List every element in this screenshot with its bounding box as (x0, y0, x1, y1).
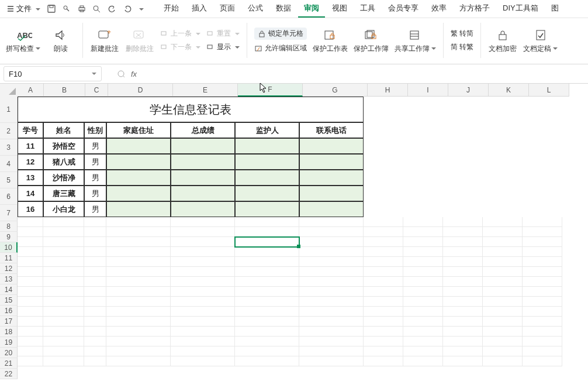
cell-I22[interactable] (403, 356, 443, 366)
cell-K22[interactable] (483, 356, 523, 366)
cell-L9[interactable] (523, 227, 562, 237)
row-header-2[interactable]: 2 (0, 123, 18, 139)
cell-I18[interactable] (403, 317, 443, 327)
cell-F10[interactable] (235, 237, 299, 247)
cell-C8[interactable] (84, 217, 106, 227)
cell-G13[interactable] (299, 267, 364, 277)
cell-E20[interactable] (171, 337, 235, 346)
tab-会员专享[interactable]: 会员专享 (382, 0, 424, 18)
protect-sheet-button[interactable]: 保护工作表 (313, 20, 348, 60)
cell-I10[interactable] (403, 237, 443, 247)
cell-H14[interactable] (364, 277, 403, 287)
cell-L11[interactable] (523, 247, 562, 257)
cell-I19[interactable] (403, 327, 443, 337)
redo-icon[interactable] (121, 2, 134, 15)
cell-D20[interactable] (106, 337, 171, 346)
cell-K13[interactable] (483, 267, 523, 277)
cell-B4[interactable]: 猪八戒 (43, 154, 84, 170)
doc-finalize-button[interactable]: 文档定稿 (523, 20, 558, 60)
cell-D22[interactable] (106, 356, 171, 366)
cell-F19[interactable] (235, 327, 299, 337)
cell-A15[interactable] (18, 287, 43, 297)
cell-D6[interactable] (106, 186, 171, 201)
cell-G3[interactable] (299, 138, 364, 154)
cell-C10[interactable] (84, 237, 106, 247)
row-header-15[interactable]: 15 (0, 295, 18, 306)
cell-D13[interactable] (106, 267, 171, 277)
col-header-H[interactable]: H (368, 84, 408, 97)
cell-D2[interactable]: 家庭住址 (106, 122, 171, 138)
cell-L20[interactable] (523, 337, 562, 346)
row-header-14[interactable]: 14 (0, 284, 18, 295)
cell-K14[interactable] (483, 277, 523, 287)
cell-J12[interactable] (443, 257, 483, 267)
tab-开始[interactable]: 开始 (158, 0, 185, 18)
cell-A13[interactable] (18, 267, 43, 277)
cell-J21[interactable] (443, 346, 483, 356)
cell-E16[interactable] (171, 297, 235, 307)
cell-C5[interactable]: 男 (84, 170, 106, 186)
cell-B11[interactable] (43, 247, 84, 257)
cell-L8[interactable] (523, 217, 562, 227)
cell-E21[interactable] (171, 346, 235, 356)
cell-B14[interactable] (43, 277, 84, 287)
cell-G4[interactable] (299, 154, 364, 170)
cell-H12[interactable] (364, 257, 403, 267)
cell-G17[interactable] (299, 307, 364, 317)
cell-G11[interactable] (299, 247, 364, 257)
cell-B22[interactable] (43, 356, 84, 366)
cell-C18[interactable] (84, 317, 106, 327)
cell-E2[interactable]: 总成绩 (171, 122, 235, 138)
show-comment-button[interactable]: 显示 (206, 42, 240, 52)
cell-J10[interactable] (443, 237, 483, 247)
delete-comment-button[interactable]: 删除批注 (125, 20, 154, 60)
cell-C7[interactable]: 男 (84, 201, 106, 217)
row-header-18[interactable]: 18 (0, 327, 18, 337)
cell-L10[interactable] (523, 237, 562, 247)
row-header-11[interactable]: 11 (0, 253, 18, 263)
cell-J11[interactable] (443, 247, 483, 257)
spellcheck-button[interactable]: ABC 拼写检查 (6, 20, 40, 60)
cell-B9[interactable] (43, 227, 84, 237)
cell-F7[interactable] (235, 201, 299, 217)
cell-C15[interactable] (84, 287, 106, 297)
cell-C11[interactable] (84, 247, 106, 257)
qat-chevron-down-icon[interactable] (137, 5, 144, 13)
cell-E12[interactable] (171, 257, 235, 267)
cell-H10[interactable] (364, 237, 403, 247)
cell-E10[interactable] (171, 237, 235, 247)
cell-K18[interactable] (483, 317, 523, 327)
cell-A11[interactable] (18, 247, 43, 257)
row-header-13[interactable]: 13 (0, 274, 18, 284)
cell-F4[interactable] (235, 154, 299, 170)
row-header-8[interactable]: 8 (0, 221, 18, 232)
cell-C19[interactable] (84, 327, 106, 337)
cell-D17[interactable] (106, 307, 171, 317)
cell-A16[interactable] (18, 297, 43, 307)
cell-J19[interactable] (443, 327, 483, 337)
cell-B12[interactable] (43, 257, 84, 267)
cell-E18[interactable] (171, 317, 235, 327)
cell-I16[interactable] (403, 297, 443, 307)
next-comment-button[interactable]: 下一条 (160, 42, 200, 52)
cell-G15[interactable] (299, 287, 364, 297)
cell-A2[interactable]: 学号 (18, 122, 43, 138)
cell-E17[interactable] (171, 307, 235, 317)
cell-K9[interactable] (483, 227, 523, 237)
cell-H20[interactable] (364, 337, 403, 346)
tab-视图[interactable]: 视图 (326, 0, 353, 18)
cell-K10[interactable] (483, 237, 523, 247)
cell-E8[interactable] (171, 217, 235, 227)
col-header-I[interactable]: I (408, 84, 448, 97)
cell-E4[interactable] (171, 154, 235, 170)
cell-A7[interactable]: 16 (18, 201, 43, 217)
tab-数据[interactable]: 数据 (270, 0, 297, 18)
row-header-5[interactable]: 5 (0, 172, 18, 188)
cell-F3[interactable] (235, 138, 299, 154)
cell-A22[interactable] (18, 356, 43, 366)
tab-方方格子[interactable]: 方方格子 (454, 0, 496, 18)
cell-H13[interactable] (364, 267, 403, 277)
cancel-fx-icon[interactable] (117, 70, 125, 78)
cell-F22[interactable] (235, 356, 299, 366)
cell-B8[interactable] (43, 217, 84, 227)
